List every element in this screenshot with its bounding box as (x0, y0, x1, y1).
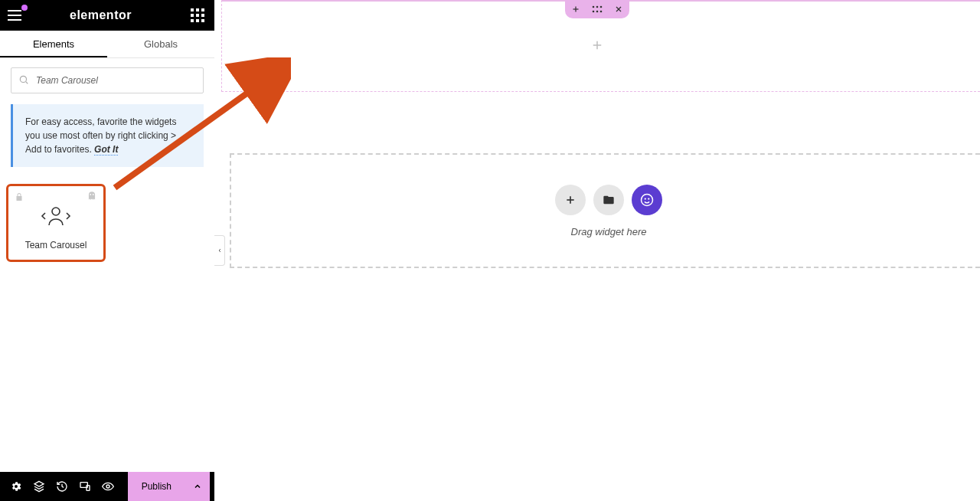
edit-section-handle[interactable] (586, 0, 608, 18)
svg-point-1 (20, 76, 26, 82)
widget-team-carousel[interactable]: Team Carousel (6, 184, 106, 262)
add-column-button[interactable] (590, 38, 604, 56)
svg-point-11 (600, 6, 603, 8)
publish-options-button[interactable] (185, 472, 210, 501)
apps-button[interactable] (188, 6, 207, 25)
svg-point-21 (642, 194, 653, 205)
canvas[interactable]: Drag widget here (214, 0, 980, 501)
section-controls (565, 0, 629, 18)
search-input[interactable] (11, 67, 204, 93)
search-box (11, 67, 204, 93)
add-template-button[interactable] (593, 185, 624, 215)
svg-point-23 (648, 198, 649, 199)
drag-hint: Drag widget here (571, 226, 647, 237)
tab-elements[interactable]: Elements (0, 31, 107, 57)
brand-logo: elementor (35, 8, 188, 22)
panel-tabs: Elements Globals (0, 31, 214, 58)
svg-point-3 (52, 208, 60, 215)
settings-button[interactable] (5, 472, 28, 501)
svg-point-12 (593, 11, 595, 13)
svg-text:elementor: elementor (70, 8, 132, 21)
ai-assist-button[interactable] (632, 185, 662, 215)
preview-button[interactable] (96, 472, 119, 501)
svg-point-9 (593, 6, 595, 8)
favorites-tip: For easy access, favorite the widgets yo… (11, 104, 204, 167)
menu-button[interactable] (8, 6, 26, 25)
responsive-button[interactable] (74, 472, 96, 501)
dropzone-actions (555, 185, 662, 215)
widget-label: Team Carousel (11, 240, 100, 250)
search-icon (18, 74, 29, 88)
svg-point-10 (596, 6, 599, 8)
tab-globals[interactable]: Globals (107, 31, 214, 57)
svg-point-22 (645, 198, 646, 199)
navigator-button[interactable] (28, 472, 51, 501)
drop-zone[interactable]: Drag widget here (230, 153, 980, 268)
svg-point-6 (106, 485, 109, 488)
tip-dismiss[interactable]: Got It (94, 144, 118, 156)
publish-group: Publish (128, 472, 210, 501)
add-section-button[interactable] (565, 0, 586, 18)
empty-section[interactable] (214, 0, 980, 92)
notification-dot-icon (21, 5, 28, 11)
svg-point-13 (596, 11, 599, 13)
collapse-panel-button[interactable] (214, 235, 225, 266)
lock-icon (15, 191, 24, 205)
publish-button[interactable]: Publish (128, 472, 185, 501)
sidebar-footer: Publish (0, 472, 214, 501)
sidebar-header: elementor (0, 0, 214, 31)
delete-section-button[interactable] (608, 0, 629, 18)
sidebar: elementor Elements Globals For easy acce (0, 0, 214, 501)
svg-line-2 (26, 82, 28, 84)
add-new-section-button[interactable] (555, 185, 586, 215)
svg-point-14 (600, 11, 603, 13)
history-button[interactable] (51, 472, 74, 501)
ghost-icon (87, 191, 97, 205)
